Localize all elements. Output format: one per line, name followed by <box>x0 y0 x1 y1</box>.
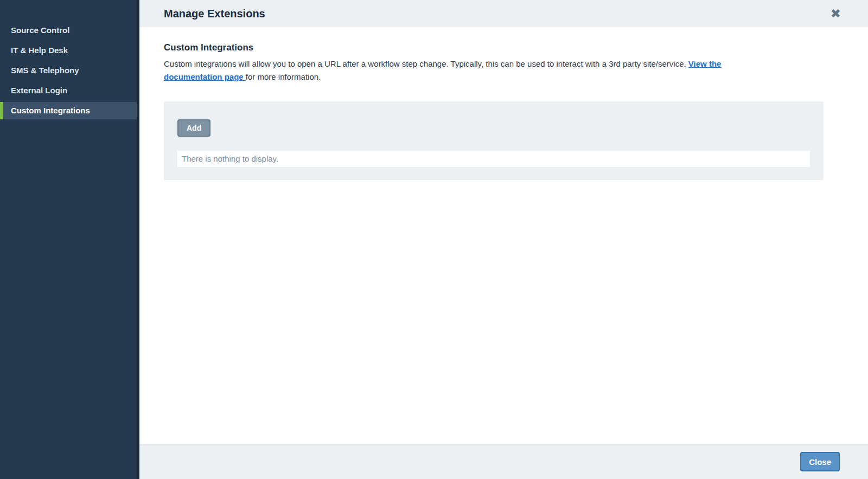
sidebar-item-external-login[interactable]: External Login <box>0 82 137 99</box>
sidebar-item-source-control[interactable]: Source Control <box>0 22 137 39</box>
description-text-before: Custom integrations will allow you to op… <box>164 59 688 68</box>
dialog-footer: Close <box>139 444 868 479</box>
dialog-title: Manage Extensions <box>164 8 831 20</box>
sidebar-item-label: External Login <box>11 86 67 95</box>
empty-state-row: There is nothing to display. <box>177 151 810 167</box>
dialog-header: Manage Extensions ✖ <box>139 0 868 27</box>
sidebar-nav: Source Control IT & Help Desk SMS & Tele… <box>0 22 137 119</box>
settings-sidebar: Source Control IT & Help Desk SMS & Tele… <box>0 0 139 479</box>
sidebar-item-label: Custom Integrations <box>11 106 90 115</box>
manage-extensions-dialog: Manage Extensions ✖ Custom Integrations … <box>139 0 868 479</box>
sidebar-item-it-help-desk[interactable]: IT & Help Desk <box>0 42 137 59</box>
section-title: Custom Integrations <box>164 42 824 53</box>
dialog-content: Custom Integrations Custom integrations … <box>139 27 868 444</box>
section-description: Custom integrations will allow you to op… <box>164 58 780 84</box>
sidebar-item-sms-telephony[interactable]: SMS & Telephony <box>0 62 137 79</box>
add-button[interactable]: Add <box>177 119 210 137</box>
integrations-panel: Add There is nothing to display. <box>164 101 824 180</box>
sidebar-item-label: Source Control <box>11 25 69 35</box>
close-button[interactable]: Close <box>800 452 840 471</box>
sidebar-item-custom-integrations[interactable]: Custom Integrations <box>0 102 137 119</box>
description-text-after: for more information. <box>246 72 321 81</box>
close-icon[interactable]: ✖ <box>831 8 841 20</box>
sidebar-item-label: SMS & Telephony <box>11 66 79 75</box>
sidebar-item-label: IT & Help Desk <box>11 46 68 55</box>
